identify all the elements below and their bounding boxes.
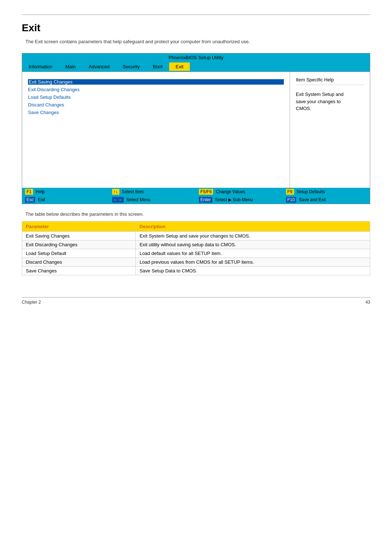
key-f5f6-label: F5/F6 (199, 189, 213, 195)
table-header-row: Parameter Description (22, 222, 370, 232)
menu-load-setup-defaults[interactable]: Load Setup Defaults (28, 94, 284, 100)
key-updown: ↑↓ Select Item (109, 188, 196, 196)
bottom-bar: Chapter 2 43 (22, 297, 370, 305)
key-updown-desc: Select Item (122, 189, 144, 194)
section-description: The table below describes the parameters… (25, 211, 370, 217)
table-row: Load Setup DefaultLoad default values fo… (22, 249, 370, 258)
cell-param: Exit Saving Changes (22, 232, 136, 240)
cell-desc: Exit utility without saving setup data t… (136, 240, 370, 249)
key-esc: Esc Exit (22, 196, 109, 204)
key-f10-desc: Save and Exit (299, 197, 326, 202)
cell-param: Exit Discarding Changes (22, 240, 136, 249)
key-f5f6-desc: Change Values (216, 189, 245, 194)
bios-keybar: F1 Help ↑↓ Select Item F5/F6 Change Valu… (22, 188, 370, 204)
cell-param: Save Changes (22, 267, 136, 275)
key-f10-label: F10 (286, 197, 297, 203)
table-row: Exit Discarding ChangesExit utility with… (22, 240, 370, 249)
key-esc-label: Esc (25, 197, 35, 203)
cell-desc: Load default values for all SETUP item. (136, 249, 370, 258)
menu-save-changes[interactable]: Save Changes (28, 110, 284, 115)
cell-param: Load Setup Default (22, 249, 136, 258)
menu-exit-saving-changes[interactable]: Exit Saving Changes (28, 79, 284, 85)
key-leftright-label: ←→ (112, 197, 124, 203)
table-row: Discard ChangesLoad previous values from… (22, 258, 370, 267)
bios-sidebar: Item Specific Help Exit System Setup and… (290, 72, 370, 188)
sidebar-help-text: Exit System Setup and save your changes … (296, 91, 364, 112)
key-leftright: ←→ Select Menu (109, 196, 196, 204)
top-divider (22, 15, 370, 15)
nav-information[interactable]: Information (22, 62, 59, 71)
page-number: 43 (366, 300, 370, 305)
nav-security[interactable]: Security (116, 62, 146, 71)
key-f1-desc: Help (36, 189, 45, 194)
chapter-label: Chapter 2 (22, 300, 41, 305)
params-table: Parameter Description Exit Saving Change… (22, 221, 370, 275)
key-f9-desc: Setup Defaults (297, 189, 325, 194)
key-f10: F10 Save and Exit (283, 196, 370, 204)
key-f9: F9 Setup Defaults (283, 188, 370, 196)
key-updown-label: ↑↓ (112, 189, 119, 195)
col-description: Description (136, 222, 370, 232)
nav-advanced[interactable]: Advanced (82, 62, 116, 71)
bios-nav: Information Main Advanced Security Boot … (22, 62, 370, 72)
cell-desc: Exit System Setup and save your changes … (136, 232, 370, 240)
nav-main[interactable]: Main (59, 62, 82, 71)
nav-boot[interactable]: Boot (146, 62, 169, 71)
cell-desc: Load previous values from CMOS for all S… (136, 258, 370, 267)
menu-discard-changes[interactable]: Discard Changes (28, 102, 284, 108)
menu-exit-discarding-changes[interactable]: Exit Discarding Changes (28, 87, 284, 92)
cell-param: Discard Changes (22, 258, 136, 267)
col-parameter: Parameter (22, 222, 136, 232)
table-row: Save ChangesSave Setup Data to CMOS. (22, 267, 370, 275)
table-row: Exit Saving ChangesExit System Setup and… (22, 232, 370, 240)
key-enter: Enter Select ▶ Sub-Menu (196, 196, 283, 204)
key-enter-label: Enter (199, 197, 212, 203)
bios-container: PhoenixBIOS Setup Utility Information Ma… (22, 53, 370, 204)
bios-main-panel: Exit Saving Changes Exit Discarding Chan… (22, 72, 290, 188)
page-description: The Exit screen contains parameters that… (22, 39, 370, 44)
key-enter-desc: Select ▶ Sub-Menu (215, 197, 253, 202)
key-f1-label: F1 (25, 189, 33, 195)
bios-title-bar: PhoenixBIOS Setup Utility (22, 53, 370, 62)
cell-desc: Save Setup Data to CMOS. (136, 267, 370, 275)
key-leftright-desc: Select Menu (126, 197, 151, 202)
sidebar-title: Item Specific Help (296, 77, 364, 85)
key-esc-desc: Exit (38, 197, 45, 202)
key-f5f6: F5/F6 Change Values (196, 188, 283, 196)
key-f1: F1 Help (22, 188, 109, 196)
bios-body: Exit Saving Changes Exit Discarding Chan… (22, 72, 370, 188)
page-title: Exit (22, 22, 370, 34)
nav-exit[interactable]: Exit (169, 62, 190, 71)
key-f9-label: F9 (286, 189, 294, 195)
